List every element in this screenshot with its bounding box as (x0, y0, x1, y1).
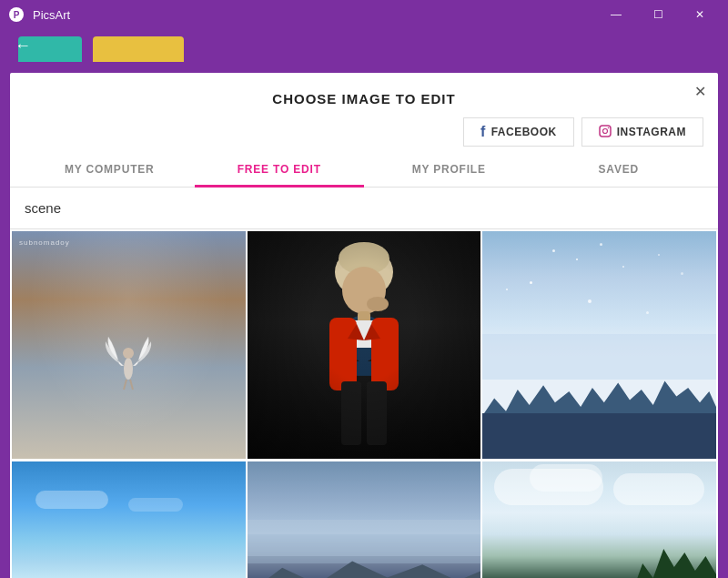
app-icon: P (7, 5, 25, 24)
instagram-button[interactable]: INSTAGRAM (581, 117, 703, 147)
image-cell-1[interactable]: subnomadoy (12, 231, 246, 459)
facebook-icon: f (480, 124, 486, 140)
svg-line-7 (124, 380, 126, 390)
svg-rect-2 (600, 126, 611, 137)
image-cell-2[interactable] (248, 231, 481, 459)
app-top-strip (0, 29, 728, 73)
svg-point-3 (602, 128, 607, 133)
app-title: PicsArt (33, 8, 595, 22)
tab-free-to-edit[interactable]: FREE TO EDIT (195, 154, 365, 188)
back-button[interactable]: ← (15, 36, 31, 56)
maximize-button[interactable]: ☐ (637, 0, 679, 29)
search-input[interactable] (25, 197, 703, 219)
facebook-label: FACEBOOK (491, 126, 557, 138)
window-controls: — ☐ ✕ (595, 0, 721, 29)
person-silhouette (291, 240, 437, 450)
angel-icon (101, 319, 156, 391)
image-cell-5[interactable] (248, 461, 481, 578)
tab-my-profile[interactable]: MY PROFILE (364, 154, 534, 188)
choose-image-modal: ✕ CHOOSE IMAGE TO EDIT f FACEBOOK INSTAG… (10, 73, 718, 578)
image-cell-3[interactable] (482, 231, 716, 459)
search-bar (10, 188, 718, 229)
close-window-button[interactable]: ✕ (679, 0, 721, 29)
facebook-button[interactable]: f FACEBOOK (463, 117, 574, 147)
image-cell-4[interactable] (12, 461, 246, 578)
svg-point-5 (124, 358, 133, 380)
modal-title: CHOOSE IMAGE TO EDIT (10, 73, 718, 117)
instagram-icon (599, 125, 612, 140)
svg-point-6 (123, 348, 134, 359)
svg-point-4 (607, 127, 609, 128)
svg-rect-19 (341, 381, 361, 445)
svg-rect-20 (367, 381, 387, 445)
image-cell-6[interactable] (482, 461, 716, 578)
titlebar: P PicsArt — ☐ ✕ (0, 0, 728, 29)
tabs-bar: MY COMPUTER FREE TO EDIT MY PROFILE SAVE… (10, 154, 718, 188)
image-grid: subnomadoy (10, 229, 718, 578)
svg-rect-15 (329, 318, 357, 390)
modal-close-button[interactable]: ✕ (689, 80, 711, 102)
watermark-1: subnomadoy (19, 238, 70, 247)
app-background: ← ✕ CHOOSE IMAGE TO EDIT f FACEBOOK (0, 29, 728, 578)
tab-my-computer[interactable]: MY COMPUTER (25, 154, 195, 188)
minimize-button[interactable]: — (595, 0, 637, 29)
svg-point-12 (367, 297, 389, 311)
svg-line-8 (130, 380, 133, 390)
yellow-tab (93, 36, 184, 62)
tab-saved[interactable]: SAVED (534, 154, 704, 188)
instagram-label: INSTAGRAM (617, 126, 686, 138)
svg-text:P: P (14, 10, 20, 20)
social-buttons-row: f FACEBOOK INSTAGRAM (10, 117, 718, 154)
svg-rect-16 (371, 318, 399, 390)
